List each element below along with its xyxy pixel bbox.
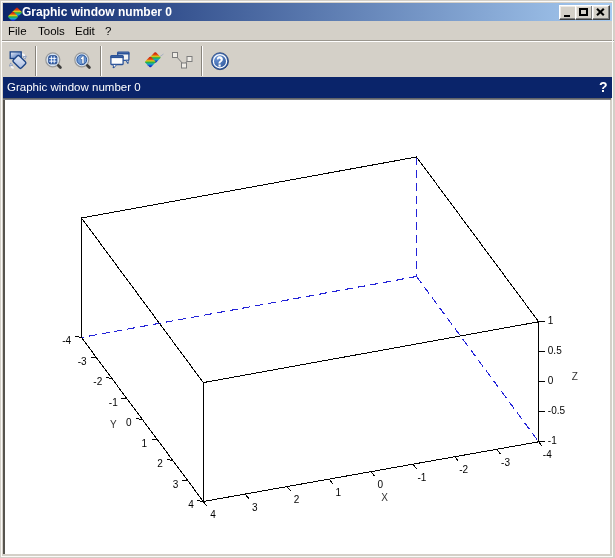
svg-text:4: 4: [210, 509, 216, 520]
svg-text:-0.5: -0.5: [548, 405, 566, 416]
svg-text:3: 3: [173, 479, 179, 490]
svg-text:1: 1: [548, 315, 554, 326]
svg-text:2: 2: [157, 458, 163, 469]
svg-text:0: 0: [548, 375, 554, 386]
svg-text:Y: Y: [110, 419, 117, 430]
svg-text:4: 4: [188, 499, 194, 510]
svg-text:0: 0: [126, 417, 132, 428]
svg-text:Z: Z: [572, 371, 578, 382]
svg-text:-4: -4: [62, 335, 71, 346]
svg-text:-4: -4: [543, 449, 552, 460]
svg-text:-1: -1: [417, 472, 426, 483]
svg-text:1: 1: [142, 438, 148, 449]
svg-text:-2: -2: [93, 376, 102, 387]
svg-text:0: 0: [377, 479, 383, 490]
svg-text:2: 2: [294, 494, 300, 505]
svg-text:-1: -1: [109, 397, 118, 408]
svg-text:1: 1: [336, 487, 342, 498]
svg-text:-1: -1: [548, 435, 557, 446]
svg-text:-3: -3: [78, 356, 87, 367]
svg-text:3: 3: [252, 502, 258, 513]
svg-text:0.5: 0.5: [548, 345, 562, 356]
svg-text:-2: -2: [459, 464, 468, 475]
svg-text:X: X: [381, 492, 388, 503]
svg-text:-3: -3: [501, 457, 510, 468]
